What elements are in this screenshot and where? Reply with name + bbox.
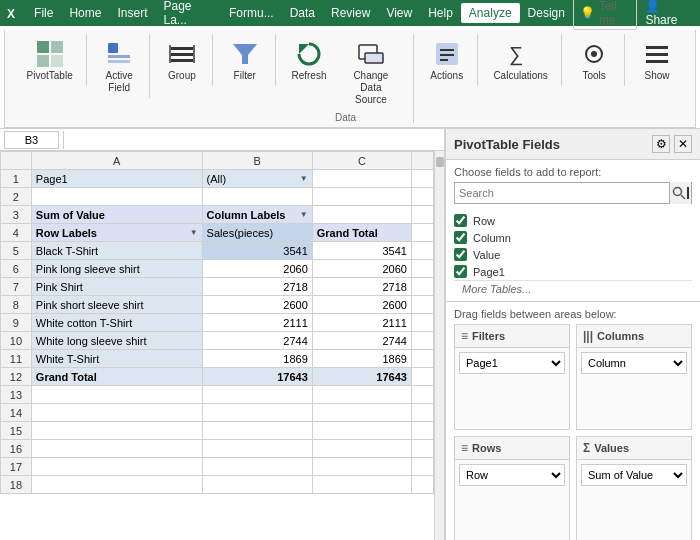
filter-button[interactable]: Filter <box>222 34 268 86</box>
scroll-thumb[interactable] <box>436 157 444 167</box>
cell[interactable] <box>31 404 202 422</box>
cell[interactable] <box>312 170 411 188</box>
cell[interactable]: Grand Total <box>31 368 202 386</box>
cell[interactable]: Column Labels▼ <box>202 206 312 224</box>
cell[interactable] <box>312 440 411 458</box>
cell[interactable]: Pink Shirt <box>31 278 202 296</box>
cell[interactable] <box>312 206 411 224</box>
cell[interactable]: 17643 <box>202 368 312 386</box>
pivottable-icon <box>34 38 66 70</box>
menu-review[interactable]: Review <box>323 3 378 23</box>
cell[interactable]: 1869 <box>202 350 312 368</box>
cell[interactable] <box>31 458 202 476</box>
cell[interactable] <box>312 386 411 404</box>
actions-button[interactable]: Actions <box>423 34 470 86</box>
cell[interactable] <box>202 458 312 476</box>
cell[interactable] <box>202 476 312 494</box>
cell[interactable]: 2600 <box>202 296 312 314</box>
cell[interactable]: Black T-Shirt <box>31 242 202 260</box>
col-header-b[interactable]: B <box>202 152 312 170</box>
menu-bar: X File Home Insert Page La... Formu... D… <box>0 0 700 26</box>
area-select-columns[interactable]: Column <box>581 352 687 374</box>
menu-analyze[interactable]: Analyze <box>461 3 520 23</box>
menu-help[interactable]: Help <box>420 3 461 23</box>
cell[interactable]: 2111 <box>202 314 312 332</box>
group-button[interactable]: Group <box>159 34 205 86</box>
change-data-button[interactable]: Change DataSource <box>336 34 405 110</box>
cell[interactable]: 2111 <box>312 314 411 332</box>
cell[interactable] <box>312 422 411 440</box>
cell[interactable] <box>31 422 202 440</box>
menu-file[interactable]: File <box>26 3 61 23</box>
panel-close-button[interactable]: ✕ <box>674 135 692 153</box>
area-select-rows[interactable]: Row <box>459 464 565 486</box>
cell[interactable] <box>202 188 312 206</box>
cell[interactable]: 17643 <box>312 368 411 386</box>
calculations-button[interactable]: ∑ Calculations <box>486 34 554 86</box>
menu-insert[interactable]: Insert <box>109 3 155 23</box>
formula-input[interactable] <box>68 131 440 149</box>
cell[interactable]: Sales(pieces) <box>202 224 312 242</box>
area-select-filters[interactable]: Page1 <box>459 352 565 374</box>
cell[interactable] <box>202 404 312 422</box>
cell[interactable]: White cotton T-Shirt <box>31 314 202 332</box>
cell[interactable] <box>202 422 312 440</box>
field-checkbox-row[interactable] <box>454 214 467 227</box>
cell[interactable] <box>312 188 411 206</box>
menu-pagelayout[interactable]: Page La... <box>155 0 221 30</box>
cell[interactable]: Page1 <box>31 170 202 188</box>
col-header-c[interactable]: C <box>312 152 411 170</box>
cell[interactable]: 3541 <box>312 242 411 260</box>
pivottable-button[interactable]: PivotTable <box>20 34 80 86</box>
share-button[interactable]: 👤 Share <box>645 0 690 27</box>
cell[interactable]: 2718 <box>312 278 411 296</box>
menu-view[interactable]: View <box>378 3 420 23</box>
cell[interactable]: Pink long sleeve shirt <box>31 260 202 278</box>
search-icon-button[interactable] <box>669 182 691 204</box>
cell[interactable] <box>312 476 411 494</box>
search-input[interactable] <box>455 187 669 199</box>
cell[interactable]: Pink short sleeve shirt <box>31 296 202 314</box>
cell[interactable]: 2744 <box>312 332 411 350</box>
cell[interactable]: (All)▼ <box>202 170 312 188</box>
cell-empty <box>411 386 433 404</box>
cell[interactable] <box>312 404 411 422</box>
menu-formulas[interactable]: Formu... <box>221 3 282 23</box>
cell[interactable]: Sum of Value <box>31 206 202 224</box>
active-field-button[interactable]: ActiveField <box>96 34 142 98</box>
vertical-scrollbar[interactable] <box>434 151 444 540</box>
menu-design[interactable]: Design <box>520 3 573 23</box>
cell[interactable]: 1869 <box>312 350 411 368</box>
cell[interactable]: 3541 <box>202 242 312 260</box>
refresh-button[interactable]: Refresh <box>286 34 333 86</box>
panel-settings-button[interactable]: ⚙ <box>652 135 670 153</box>
cell[interactable] <box>31 476 202 494</box>
cell[interactable] <box>31 440 202 458</box>
cell[interactable]: 2718 <box>202 278 312 296</box>
area-select-values[interactable]: Sum of Value <box>581 464 687 486</box>
cell[interactable]: White long sleeve shirt <box>31 332 202 350</box>
cell[interactable]: 2600 <box>312 296 411 314</box>
field-checkbox-page1[interactable] <box>454 265 467 278</box>
cell[interactable] <box>31 386 202 404</box>
field-checkbox-value[interactable] <box>454 248 467 261</box>
cell[interactable] <box>312 458 411 476</box>
menu-data[interactable]: Data <box>282 3 323 23</box>
cell[interactable]: White T-Shirt <box>31 350 202 368</box>
cell[interactable]: Grand Total <box>312 224 411 242</box>
name-box[interactable] <box>4 131 59 149</box>
tools-button[interactable]: Tools <box>571 34 617 86</box>
menu-home[interactable]: Home <box>61 3 109 23</box>
cell[interactable] <box>31 188 202 206</box>
field-checkbox-column[interactable] <box>454 231 467 244</box>
cell[interactable] <box>202 440 312 458</box>
cell[interactable]: 2060 <box>312 260 411 278</box>
cell[interactable]: 2060 <box>202 260 312 278</box>
more-tables-link[interactable]: More Tables... <box>454 280 692 297</box>
cell[interactable]: Row Labels▼ <box>31 224 202 242</box>
cell[interactable] <box>202 386 312 404</box>
col-header-a[interactable]: A <box>31 152 202 170</box>
cell[interactable]: 2744 <box>202 332 312 350</box>
tell-me-box[interactable]: 💡 Tell me <box>573 0 637 30</box>
show-button[interactable]: Show <box>634 34 680 86</box>
